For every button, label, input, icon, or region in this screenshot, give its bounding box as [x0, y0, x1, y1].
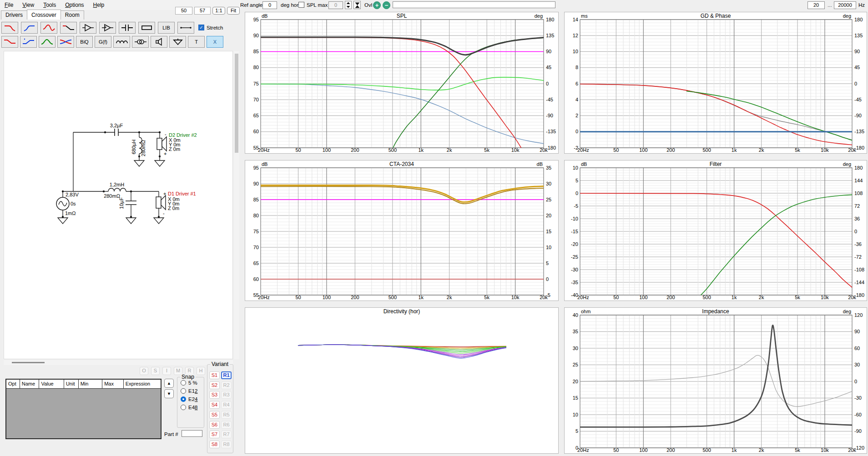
menu-item-view[interactable]: View — [18, 0, 39, 10]
bandpass-curve-button[interactable] — [40, 22, 57, 34]
freq-min-input[interactable]: 20 — [807, 1, 825, 9]
svg-text:10: 10 — [546, 245, 551, 250]
d2-z-label: Z 0m — [169, 146, 180, 152]
tool-lib-button[interactable]: LIB — [158, 22, 175, 34]
menu-item-help[interactable]: Help — [89, 0, 109, 10]
svg-text:10k: 10k — [821, 147, 829, 153]
variant-s8-button[interactable]: S8 — [209, 441, 220, 448]
ref-angle-input[interactable]: 0 — [262, 1, 277, 9]
variant-r1-button[interactable]: R1 — [221, 371, 232, 379]
wire-button[interactable] — [177, 22, 194, 34]
column-header-min[interactable]: Min — [79, 380, 103, 388]
snap-option-5[interactable]: 5 % — [181, 380, 204, 386]
speaker-button[interactable] — [151, 36, 167, 48]
opt-o-button[interactable]: O — [140, 367, 148, 375]
variant-r7-button[interactable]: R7 — [221, 431, 232, 438]
variant-s1-button[interactable]: S1 — [209, 371, 220, 379]
svg-text:75: 75 — [253, 81, 259, 86]
deg-hor-label: deg hor — [281, 2, 298, 8]
schematic-canvas[interactable]: 3,2µF 680µH 280mΩ - + D2 Driver #2 X 0m … — [4, 51, 233, 359]
capacitor-button[interactable] — [119, 22, 136, 34]
svg-text:40: 40 — [573, 312, 578, 318]
freq-max-input[interactable]: 20000 — [834, 1, 856, 9]
column-header-expression[interactable]: Expression — [124, 380, 161, 388]
variant-s3-button[interactable]: S3 — [209, 391, 220, 399]
resistor-button[interactable] — [138, 22, 155, 34]
part-number-input[interactable] — [182, 430, 202, 437]
variant-r3-button[interactable]: R3 — [221, 391, 232, 399]
zoom-fit-button[interactable]: Fit — [227, 7, 240, 15]
highshelf-curve-button[interactable] — [20, 36, 37, 48]
column-header-unit[interactable]: Unit — [64, 380, 79, 388]
column-header-max[interactable]: Max — [102, 380, 124, 388]
opt-s-button[interactable]: S — [151, 367, 160, 375]
stretch-checkbox[interactable]: ✓ — [198, 25, 204, 30]
svg-text:30: 30 — [546, 181, 551, 186]
tool-x-button[interactable]: X — [207, 36, 223, 48]
shelf-curve-button[interactable] — [60, 22, 77, 34]
tab-crossover[interactable]: Crossover — [27, 10, 61, 20]
vscroll-thumb[interactable] — [235, 54, 238, 153]
column-header-name[interactable]: Name — [20, 380, 40, 388]
lowpass-curve-button[interactable] — [1, 22, 18, 34]
lowshelf-curve-button[interactable] — [1, 36, 18, 48]
spl-max-checkbox[interactable] — [298, 2, 304, 8]
snap-option-e48[interactable]: E48 — [181, 405, 204, 410]
svg-text:1k: 1k — [418, 295, 424, 300]
variant-s4-button[interactable]: S4 — [209, 401, 220, 409]
schematic-horizontal-scrollbar[interactable] — [4, 360, 233, 365]
spl-max-spinner[interactable] — [345, 1, 352, 9]
optimizer-table[interactable]: OptNameValueUnitMinMaxExpression — [5, 379, 161, 439]
allpass-curves-button[interactable] — [57, 36, 74, 48]
opt-i-button[interactable]: I — [162, 367, 171, 375]
variant-r8-button[interactable]: R8 — [221, 441, 232, 448]
peak-curve-button[interactable] — [39, 36, 56, 48]
variant-s5-button[interactable]: S5 — [209, 411, 220, 419]
tab-drivers[interactable]: Drivers — [1, 10, 27, 20]
variant-s6-button[interactable]: S6 — [209, 421, 220, 429]
schematic-width-input[interactable]: 50 — [175, 7, 192, 15]
tool-biq-button[interactable]: BiQ — [76, 36, 93, 48]
menu-item-tools[interactable]: Tools — [39, 0, 61, 10]
svg-text:500: 500 — [702, 295, 711, 300]
svg-text:5: 5 — [575, 428, 578, 434]
variant-r2-button[interactable]: R2 — [221, 381, 232, 389]
overlay-add-button[interactable]: + — [373, 1, 381, 9]
spinner-arrows-icon — [346, 2, 350, 8]
svg-text:20k: 20k — [540, 147, 548, 153]
column-header-value[interactable]: Value — [39, 380, 64, 388]
tool-t-button[interactable]: T — [188, 36, 205, 48]
schematic-vertical-scrollbar[interactable] — [234, 51, 239, 359]
menu-item-file[interactable]: File — [0, 0, 18, 10]
opamp-button[interactable] — [99, 22, 116, 34]
move-down-button[interactable]: ▼ — [164, 389, 174, 398]
zoom-1to1-button[interactable]: 1:1 — [212, 7, 225, 15]
column-header-opt[interactable]: Opt — [6, 380, 20, 388]
variant-r4-button[interactable]: R4 — [221, 401, 232, 409]
ground-button[interactable] — [169, 36, 186, 48]
snap-option-e24[interactable]: E24 — [181, 396, 204, 402]
inductor-button[interactable] — [113, 36, 130, 48]
move-up-button[interactable]: ▲ — [164, 379, 174, 388]
schematic-height-input[interactable]: 57 — [194, 7, 211, 15]
variant-r6-button[interactable]: R6 — [221, 421, 232, 429]
svg-text:-20: -20 — [571, 241, 578, 247]
tool-g-f-button[interactable]: G(f) — [95, 36, 111, 48]
inductor-icon — [115, 37, 129, 46]
highpass-curve-icon — [23, 23, 36, 32]
svg-text:-60: -60 — [854, 412, 862, 417]
transformer-button[interactable] — [132, 36, 149, 48]
autoscale-button[interactable] — [353, 1, 361, 9]
menu-item-options[interactable]: Options — [61, 0, 88, 10]
snap-option-e12[interactable]: E12 — [181, 388, 204, 394]
opt-h-button[interactable]: H — [197, 367, 205, 375]
hscroll-thumb[interactable] — [12, 362, 45, 363]
variant-s2-button[interactable]: S2 — [209, 381, 220, 389]
overlay-remove-button[interactable]: − — [383, 1, 390, 9]
tab-room[interactable]: Room — [61, 10, 84, 20]
buffer-amp-button[interactable] — [80, 22, 96, 34]
variant-r5-button[interactable]: R5 — [221, 411, 232, 419]
variant-s7-button[interactable]: S7 — [209, 431, 220, 438]
highpass-curve-button[interactable] — [21, 22, 38, 34]
overlay-name-input[interactable] — [393, 1, 555, 8]
